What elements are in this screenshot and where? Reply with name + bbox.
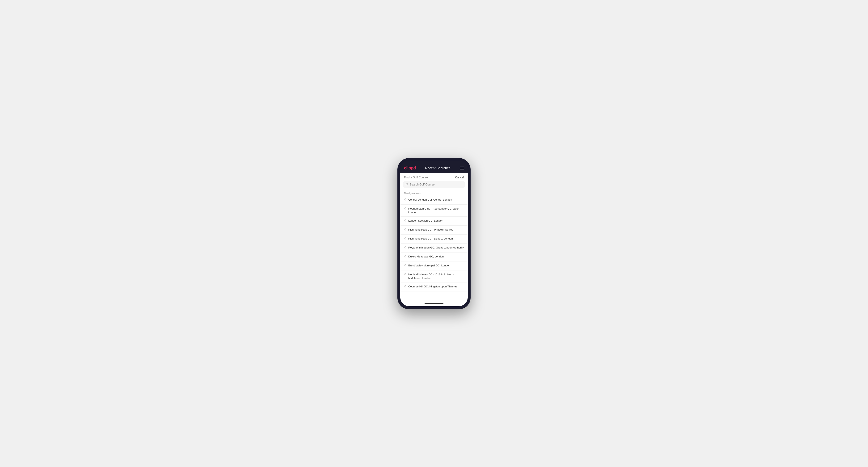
main-content: Find a Golf Course Cancel (400, 173, 468, 306)
find-header: Find a Golf Course Cancel (400, 173, 468, 181)
svg-point-10 (405, 274, 405, 274)
course-name: Brent Valley Municipal GC, London (408, 263, 450, 268)
course-list: Central London Golf Centre, London Roeha… (400, 196, 468, 291)
location-pin-icon (404, 207, 406, 211)
hamburger-menu-icon[interactable] (460, 166, 464, 169)
nearby-courses-section: Nearby courses Central London Golf Centr… (400, 190, 468, 302)
svg-point-3 (405, 208, 405, 208)
svg-point-11 (405, 286, 405, 286)
location-pin-icon (404, 273, 406, 277)
course-list-item[interactable]: Brent Valley Municipal GC, London (400, 261, 468, 271)
location-pin-icon (404, 246, 406, 250)
course-name: London Scottish GC, London (408, 219, 443, 222)
home-indicator (400, 302, 468, 306)
location-pin-icon (404, 198, 406, 202)
nearby-courses-label: Nearby courses (400, 190, 468, 196)
phone-device: clippd Recent Searches Find a Golf Cours… (397, 158, 471, 309)
location-pin-icon (404, 219, 406, 223)
svg-point-4 (405, 220, 405, 220)
course-list-item[interactable]: London Scottish GC, London (400, 217, 468, 226)
svg-line-1 (407, 185, 408, 185)
location-pin-icon (404, 228, 406, 232)
course-list-item[interactable]: Royal Wimbledon GC, Great London Authori… (400, 244, 468, 252)
course-list-item[interactable]: Richmond Park GC - Duke's, London (400, 235, 468, 244)
status-bar (400, 161, 468, 164)
course-name: Richmond Park GC - Duke's, London (408, 237, 453, 241)
svg-point-9 (405, 265, 405, 265)
search-container (400, 181, 468, 190)
course-list-item[interactable]: Coombe Hill GC, Kingston upon Thames (400, 282, 468, 291)
course-name: Central London Golf Centre, London (408, 198, 452, 201)
course-name: Roehampton Club - Roehampton, Greater Lo… (408, 207, 464, 214)
location-pin-icon (404, 237, 406, 241)
home-bar (425, 303, 443, 304)
search-input[interactable] (410, 183, 463, 186)
course-name: North Middlesex GC (1011942 - North Midd… (408, 273, 464, 280)
course-list-item[interactable]: Richmond Park GC - Prince's, Surrey (400, 226, 468, 235)
phone-screen: clippd Recent Searches Find a Golf Cours… (400, 161, 468, 306)
course-list-item[interactable]: Dukes Meadows GC, London (400, 252, 468, 261)
nav-title: Recent Searches (425, 166, 450, 170)
search-icon (405, 182, 408, 187)
course-list-item[interactable]: Central London Golf Centre, London (400, 196, 468, 205)
location-pin-icon (404, 285, 406, 289)
find-golf-course-title: Find a Golf Course (404, 176, 428, 179)
course-list-item[interactable]: North Middlesex GC (1011942 - North Midd… (400, 271, 468, 282)
svg-point-5 (405, 229, 405, 229)
svg-point-8 (405, 256, 405, 256)
top-nav: clippd Recent Searches (400, 164, 468, 173)
course-name: Royal Wimbledon GC, Great London Authori… (408, 246, 464, 249)
svg-point-6 (405, 238, 405, 238)
search-input-wrapper[interactable] (403, 181, 465, 188)
location-pin-icon (404, 264, 406, 268)
course-list-item[interactable]: Roehampton Club - Roehampton, Greater Lo… (400, 205, 468, 217)
course-name: Dukes Meadows GC, London (408, 255, 444, 258)
cancel-button[interactable]: Cancel (455, 176, 464, 179)
course-name: Coombe Hill GC, Kingston upon Thames (408, 285, 457, 288)
app-logo: clippd (404, 166, 416, 170)
svg-point-2 (405, 199, 405, 199)
svg-point-7 (405, 247, 405, 247)
course-name: Richmond Park GC - Prince's, Surrey (408, 228, 453, 231)
location-pin-icon (404, 255, 406, 259)
